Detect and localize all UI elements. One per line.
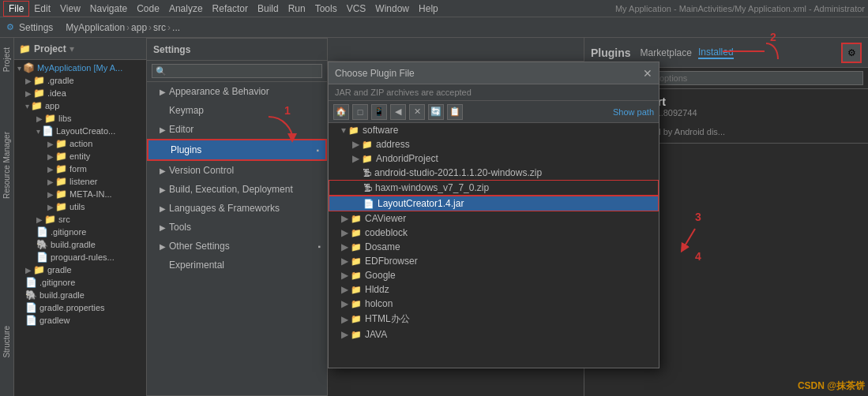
file-tree-andorid[interactable]: ▶ 📁 AndoridProject xyxy=(329,151,659,166)
delete-button[interactable]: ✕ xyxy=(409,104,425,120)
zip-icon: 🗜 xyxy=(363,168,371,177)
breadcrumb-app[interactable]: app xyxy=(131,22,147,33)
file-tree-edfbrowser[interactable]: ▶ 📁 EDFbrowser xyxy=(329,254,659,268)
toolbar-left: 🏠 □ 📱 ◀ ✕ 🔄 📋 xyxy=(333,104,463,120)
tree-src[interactable]: ▶ 📁 src xyxy=(14,213,160,226)
desktop-button[interactable]: □ xyxy=(352,104,368,120)
file-tree-java[interactable]: ▶ 📁 JAVA xyxy=(329,327,659,342)
tab-installed[interactable]: Installed xyxy=(698,47,734,59)
android-button[interactable]: 📱 xyxy=(371,104,387,120)
file-tree-codeblock[interactable]: ▶ 📁 codeblock xyxy=(329,226,659,240)
menu-view[interactable]: View xyxy=(55,2,85,16)
settings-item-build[interactable]: ▶ Build, Execution, Deployment xyxy=(147,180,327,199)
structure-tab[interactable]: Structure xyxy=(1,319,13,364)
file-tree-haxm-zip[interactable]: 🗜 haxm-windows_v7_7_0.zip xyxy=(329,180,659,196)
file-tree-layoutcreator-jar[interactable]: 📄 LayoutCreator1.4.jar xyxy=(329,196,659,211)
settings-item-appearance[interactable]: ▶ Appearance & Behavior xyxy=(147,82,327,101)
project-side-tab[interactable]: Project xyxy=(1,41,13,78)
menu-vcs[interactable]: VCS xyxy=(342,2,371,16)
tree-idea[interactable]: ▶ 📁 .idea xyxy=(14,87,160,99)
tree-myapp[interactable]: ▾ 📦 MyApplication [My A... xyxy=(14,62,160,74)
menu-tools[interactable]: Tools xyxy=(310,2,342,16)
expand-arrow-icon: ▶ xyxy=(160,223,166,232)
tree-gitignore2[interactable]: 📄 .gitignore xyxy=(14,276,160,289)
tree-action[interactable]: ▶ 📁 action xyxy=(14,137,160,150)
tree-listener[interactable]: ▶ 📁 listener xyxy=(14,175,160,188)
tree-gradlew[interactable]: 📄 gradlew xyxy=(14,314,160,327)
tree-proguard[interactable]: 📄 proguard-rules... xyxy=(14,251,160,263)
settings-item-plugins[interactable]: Plugins ▪ xyxy=(147,139,327,161)
show-path-button[interactable]: Show path xyxy=(613,107,654,117)
refresh-button[interactable]: 🔄 xyxy=(428,104,444,120)
expand-arrow-icon: ▶ xyxy=(160,125,166,134)
choose-plugin-dialog: Choose Plugin File ✕ JAR and ZIP archive… xyxy=(328,62,659,368)
file-tree-dosame[interactable]: ▶ 📁 Dosame xyxy=(329,240,659,254)
file-tree-hlddz[interactable]: ▶ 📁 Hlddz xyxy=(329,282,659,297)
file-hlddz-label: Hlddz xyxy=(365,284,389,295)
settings-item-keymap[interactable]: Keymap xyxy=(147,101,327,120)
dialog-close-button[interactable]: ✕ xyxy=(643,67,652,80)
menu-refactor[interactable]: Refactor xyxy=(208,2,253,16)
tree-gitignore1[interactable]: 📄 .gitignore xyxy=(14,226,160,238)
menu-file[interactable]: File xyxy=(3,1,29,17)
project-tree: ▾ 📦 MyApplication [My A... ▶ 📁 .gradle ▶… xyxy=(14,60,160,396)
other-badge: ▪ xyxy=(318,242,321,251)
file-tree-caviewer[interactable]: ▶ 📁 CAViewer xyxy=(329,211,659,226)
folder-icon: 📁 xyxy=(351,271,362,281)
file-tree-android-studio-zip[interactable]: 🗜 android-studio-2021.1.1.20-windows.zip xyxy=(329,166,659,180)
breadcrumb-more[interactable]: ... xyxy=(172,22,180,33)
folder-icon: 📁 xyxy=(351,228,362,238)
settings-title: Settings xyxy=(153,44,190,55)
tree-gradle-dot[interactable]: ▶ 📁 .gradle xyxy=(14,74,160,87)
tree-libs[interactable]: ▶ 📁 libs xyxy=(14,112,160,125)
tree-form[interactable]: ▶ 📁 form xyxy=(14,163,160,175)
copy-button[interactable]: 📋 xyxy=(447,104,463,120)
folder-icon: 📁 xyxy=(44,113,56,124)
tree-metainf[interactable]: ▶ 📁 META-IN... xyxy=(14,188,160,200)
menu-run[interactable]: Run xyxy=(284,2,310,16)
dropdown-icon[interactable]: ▾ xyxy=(70,43,74,54)
menu-build[interactable]: Build xyxy=(253,2,284,16)
file-tree-software[interactable]: ▾ 📁 software xyxy=(329,123,659,137)
settings-search-input[interactable] xyxy=(152,64,322,78)
menu-analyze[interactable]: Analyze xyxy=(164,2,208,16)
tree-gradle[interactable]: ▶ 📁 gradle xyxy=(14,263,160,276)
folder-icon: 📁 xyxy=(351,214,362,224)
settings-item-editor[interactable]: ▶ Editor xyxy=(147,120,327,139)
tree-gradle-props[interactable]: 📄 gradle.properties xyxy=(14,301,160,314)
tree-entity[interactable]: ▶ 📁 entity xyxy=(14,150,160,163)
menu-edit[interactable]: Edit xyxy=(29,2,55,16)
jar-icon: 📄 xyxy=(42,125,54,136)
breadcrumb-myapp[interactable]: MyApplication xyxy=(66,22,125,33)
file-tree-address[interactable]: ▶ 📁 address xyxy=(329,137,659,151)
jar-icon: 📄 xyxy=(363,199,374,209)
dialog-file-tree: ▾ 📁 software ▶ 📁 address ▶ 📁 AndoridProj… xyxy=(329,123,659,368)
file-tree-google[interactable]: ▶ 📁 Google xyxy=(329,268,659,282)
tree-buildgradle2[interactable]: 🐘 build.gradle xyxy=(14,289,160,301)
breadcrumb-src[interactable]: src xyxy=(153,22,166,33)
settings-item-other[interactable]: ▶ Other Settings ▪ xyxy=(147,237,327,256)
tree-layoutcreator[interactable]: ▾ 📄 LayoutCreato... xyxy=(14,125,160,137)
menu-window[interactable]: Window xyxy=(370,2,414,16)
plugins-badge: ▪ xyxy=(316,146,319,155)
back-button[interactable]: ◀ xyxy=(390,104,406,120)
tree-app[interactable]: ▾ 📁 app xyxy=(14,99,160,112)
gear-button[interactable]: ⚙ xyxy=(841,43,862,63)
menu-code[interactable]: Code xyxy=(132,2,164,16)
tree-utils[interactable]: ▶ 📁 utils xyxy=(14,200,160,213)
menu-help[interactable]: Help xyxy=(414,2,443,16)
arrow-icon: ▶ xyxy=(341,227,348,238)
tree-buildgradle1[interactable]: 🐘 build.gradle xyxy=(14,238,160,251)
resource-manager-tab[interactable]: Resource Manager xyxy=(1,125,13,205)
settings-item-languages[interactable]: ▶ Languages & Frameworks xyxy=(147,199,327,218)
menu-navigate[interactable]: Navigate xyxy=(85,2,132,16)
settings-item-tools[interactable]: ▶ Tools xyxy=(147,218,327,237)
file-tree-holcon[interactable]: ▶ 📁 holcon xyxy=(329,297,659,311)
settings-item-vcs[interactable]: ▶ Version Control xyxy=(147,161,327,180)
arrow-icon: ▾ xyxy=(36,127,40,136)
settings-item-experimental[interactable]: Experimental xyxy=(147,256,327,275)
dialog-title-bar: Choose Plugin File ✕ xyxy=(329,62,659,84)
home-button[interactable]: 🏠 xyxy=(333,104,349,120)
tab-marketplace[interactable]: Marketplace xyxy=(641,47,692,58)
file-tree-html-office[interactable]: ▶ 📁 HTML办公 xyxy=(329,311,659,327)
